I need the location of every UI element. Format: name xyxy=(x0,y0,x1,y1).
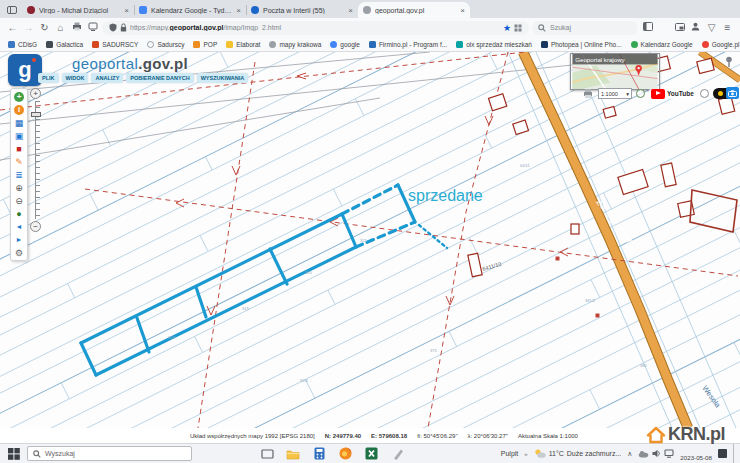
add-icon[interactable]: + xyxy=(11,90,27,103)
overview-minimap[interactable]: Geoportal krajowy xyxy=(570,53,660,90)
start-button[interactable] xyxy=(8,448,20,460)
notification-center-icon[interactable] xyxy=(718,449,727,458)
calculator-icon[interactable] xyxy=(306,444,332,463)
firefox-view-icon[interactable] xyxy=(4,2,20,17)
address-bar[interactable]: https://mapy.geoportal.gov.pl/imap/Imgp_… xyxy=(102,21,529,35)
settings-gear-icon[interactable]: ⚙ xyxy=(11,246,27,259)
lock-icon[interactable] xyxy=(120,23,127,32)
notes-pen-icon[interactable] xyxy=(384,444,410,463)
bookmark-item[interactable]: Sadurscy xyxy=(147,41,184,48)
bookmark-item[interactable]: SADURSCY xyxy=(92,41,138,48)
tab-calendar[interactable]: Kalendarz Google - Tydzień, w × xyxy=(134,2,246,18)
bookmark-item[interactable]: olx sprzedaż mieszkań xyxy=(456,41,532,48)
browser-search-field[interactable]: Szukaj xyxy=(532,21,638,35)
globe-icon[interactable]: ● xyxy=(11,207,27,220)
menu-icon[interactable]: ≡ xyxy=(721,23,734,33)
desktop-toolbar-label[interactable]: Pulpit xyxy=(501,450,519,457)
layers-icon[interactable]: ▣ xyxy=(11,129,27,142)
file-explorer-icon[interactable] xyxy=(280,444,306,463)
task-view-icon[interactable] xyxy=(254,444,280,463)
excel-icon[interactable] xyxy=(358,444,384,463)
grid-icon[interactable]: ▦ xyxy=(11,116,27,129)
bookmark-favicon xyxy=(330,41,337,48)
zoom-in-button[interactable]: + xyxy=(30,88,41,99)
tab-close-icon[interactable]: × xyxy=(236,6,241,15)
tab-close-icon[interactable]: × xyxy=(124,6,129,15)
zoom-in-icon[interactable]: ⊕ xyxy=(11,181,27,194)
network-icon[interactable] xyxy=(664,449,674,458)
bookmark-item[interactable]: google xyxy=(330,41,360,48)
help-circle-icon[interactable] xyxy=(636,89,645,98)
onedrive-cloud-icon[interactable] xyxy=(638,450,649,458)
send-to-device-icon[interactable] xyxy=(86,22,99,33)
tab-close-icon[interactable]: × xyxy=(460,6,465,15)
menu-plik[interactable]: PLIK xyxy=(38,73,59,83)
bookmark-item[interactable]: mapy krakowa xyxy=(269,41,321,48)
tab-close-icon[interactable]: × xyxy=(348,6,353,15)
bookmark-star-icon[interactable]: ★ xyxy=(503,23,511,33)
krn-watermark: KRN.pl xyxy=(646,424,725,445)
menu-analizy[interactable]: ANALIZY xyxy=(91,73,123,83)
zoom-out-button[interactable]: − xyxy=(30,221,41,232)
reload-icon[interactable]: ↻ xyxy=(38,23,51,33)
zoom-out-icon[interactable]: ⊖ xyxy=(11,194,27,207)
crs-label: Układ współrzędnych mapy 1992 [EPSG 2180… xyxy=(190,433,315,439)
pocket-icon[interactable]: ▽ xyxy=(705,23,718,33)
account-icon[interactable] xyxy=(689,22,702,33)
extensions-icon[interactable] xyxy=(514,24,522,32)
bookmark-item[interactable]: CDisG xyxy=(8,41,37,48)
bookmark-item[interactable]: POP xyxy=(193,41,217,48)
select-area-icon[interactable]: ■ xyxy=(11,142,27,155)
bookmark-item[interactable]: Photopea | Online Pho... xyxy=(541,41,622,48)
youtube-button[interactable]: YouTube xyxy=(649,89,696,99)
tab-virgo[interactable]: Virgo - Michał Dziąciol × xyxy=(22,2,134,18)
menu-pobieranie[interactable]: POBIERANIE DANYCH xyxy=(126,73,193,83)
library-icon[interactable] xyxy=(641,22,654,33)
scale-select[interactable]: 1:1000▾ xyxy=(598,88,632,99)
back-view-icon[interactable]: ◄ xyxy=(11,220,27,233)
tab-title: Kalendarz Google - Tydzień, w xyxy=(151,7,233,14)
forward-view-icon[interactable]: ► xyxy=(11,233,27,246)
firefox-icon[interactable] xyxy=(332,444,358,463)
bookmark-item[interactable]: Google.pl xyxy=(702,41,740,48)
tab-favicon xyxy=(139,6,147,14)
info-icon[interactable]: i xyxy=(11,103,27,116)
desktop-toolbar-chevron[interactable]: » xyxy=(524,451,527,457)
bookmark-item[interactable]: Kalendarz Google xyxy=(631,41,693,48)
forward-icon[interactable]: → xyxy=(22,23,35,33)
zoom-slider[interactable]: + − xyxy=(30,88,42,232)
zoom-track[interactable] xyxy=(35,101,40,219)
menu-widok[interactable]: WIDOK xyxy=(62,73,89,83)
tray-expand-icon[interactable]: ∧ xyxy=(627,450,632,458)
clock[interactable]: 2023-05-08 xyxy=(680,444,712,463)
tab-title: geoportal.gov.pl xyxy=(375,7,457,14)
shield-icon[interactable] xyxy=(109,23,117,32)
bookmark-favicon xyxy=(147,41,154,48)
cadastral-map[interactable]: sprzedane Za Ogrodem Wesoła 318 319 320 … xyxy=(0,52,740,428)
svg-text:92/4: 92/4 xyxy=(300,378,309,383)
tab-geoportal-active[interactable]: geoportal.gov.pl × xyxy=(358,2,470,18)
taskbar-pinned-apps xyxy=(254,444,410,463)
taskbar-search[interactable]: Wyszukaj xyxy=(27,446,192,461)
volume-icon[interactable] xyxy=(652,449,661,458)
print-icon[interactable] xyxy=(70,22,83,33)
bookmark-item[interactable]: Galactica xyxy=(46,41,83,48)
coord-e: E: 579608.18 xyxy=(371,433,407,439)
bookmark-item[interactable]: Firmino.pl - Program f... xyxy=(369,41,447,48)
camera-button[interactable] xyxy=(726,87,739,99)
geoportal-logo[interactable]: g xyxy=(8,54,42,86)
show-desktop-button[interactable] xyxy=(733,444,736,463)
draw-icon[interactable]: ✎ xyxy=(11,155,27,168)
zoom-handle[interactable] xyxy=(31,112,41,117)
home-icon[interactable]: ⌂ xyxy=(54,23,67,33)
print-map-icon[interactable] xyxy=(582,88,594,99)
back-icon[interactable]: ← xyxy=(6,23,19,33)
bookmark-item[interactable]: Elaborat xyxy=(226,41,260,48)
menu-wyszukiwania[interactable]: WYSZUKIWANIA xyxy=(197,73,249,83)
info-circle-icon[interactable] xyxy=(700,89,709,98)
tab-mail[interactable]: Poczta w Interii (55) × xyxy=(246,2,358,18)
picture-in-picture-icon[interactable] xyxy=(673,23,686,33)
measure-icon[interactable]: ≣ xyxy=(11,168,27,181)
weather-widget[interactable]: 11°C Duże zachmurz... xyxy=(534,448,622,459)
pin-icon[interactable] xyxy=(724,54,734,72)
